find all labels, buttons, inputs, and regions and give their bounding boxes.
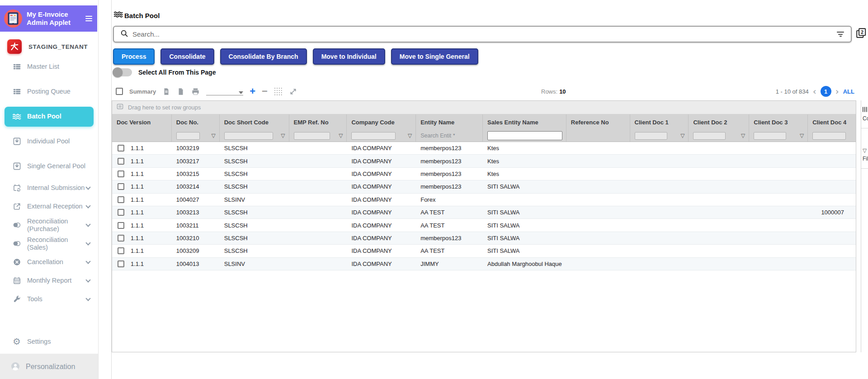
filter-cell-entity_name[interactable]: Search Entit▾: [416, 130, 483, 142]
move-to-single-general-button[interactable]: Move to Single General: [391, 48, 478, 65]
current-page-button[interactable]: 1: [821, 86, 831, 97]
funnel-icon[interactable]: ▽: [339, 133, 343, 139]
select-all-toggle[interactable]: [113, 68, 132, 76]
filters-panel-tab[interactable]: ▽ Filters: [861, 141, 868, 169]
grid-density-icon[interactable]: [274, 87, 283, 96]
sidebar-item-posting-queue[interactable]: Posting Queue: [0, 79, 98, 104]
table-row[interactable]: 1.1.11004013SLSINVIDA COMPANYJIMMYAbdull…: [112, 258, 856, 270]
sidebar-item-monthly-report[interactable]: Monthly Report: [0, 271, 98, 290]
hamburger-icon[interactable]: [85, 14, 93, 23]
sidebar-item-reconciliation-purchase[interactable]: Reconciliation (Purchase): [0, 216, 98, 234]
chevron-down-icon[interactable]: [85, 277, 90, 282]
sidebar-item-single-general-pool[interactable]: Single General Pool: [0, 154, 98, 179]
table-row[interactable]: 1.1.11003217SLSCSHIDA COMPANYmemberpos12…: [112, 155, 856, 167]
minus-icon[interactable]: −: [262, 87, 268, 95]
plus-icon[interactable]: +: [250, 87, 255, 95]
column-header-client_doc_2[interactable]: Client Doc 2: [689, 114, 749, 130]
sidebar-item-internal-submission[interactable]: Internal Submission: [0, 179, 98, 197]
chevron-down-icon[interactable]: [85, 203, 90, 208]
columns-panel-tab[interactable]: Columns: [861, 100, 868, 128]
chevron-down-icon[interactable]: [85, 240, 90, 245]
row-checkbox[interactable]: [118, 235, 124, 242]
pages-2-icon[interactable]: 2: [855, 27, 867, 39]
table-row[interactable]: 1.1.11003215SLSCSHIDA COMPANYmemberpos12…: [112, 168, 856, 180]
column-header-emp_ref_no[interactable]: EMP Ref. No: [289, 114, 347, 130]
summary-doc-icon[interactable]: [162, 87, 170, 96]
all-pages-button[interactable]: ALL: [843, 88, 854, 95]
row-checkbox[interactable]: [118, 261, 124, 267]
filter-input-sales_entity_name[interactable]: [487, 131, 562, 140]
row-checkbox[interactable]: [118, 145, 124, 152]
filter-cell-client_doc_3[interactable]: ▽: [749, 130, 808, 142]
sidebar-item-external-reception[interactable]: External Reception: [0, 197, 98, 216]
filter-input-doc_short_code[interactable]: [224, 132, 273, 140]
filter-cell-doc_no[interactable]: ▽: [172, 130, 220, 142]
filter-input-client_doc_2[interactable]: [693, 132, 726, 140]
row-checkbox[interactable]: [118, 158, 124, 165]
chevron-down-icon[interactable]: [85, 185, 90, 190]
table-row[interactable]: 1.1.11003210SLSCSHIDA COMPANYmemberpos12…: [112, 232, 856, 245]
sidebar-item-master-list[interactable]: Master List: [0, 54, 98, 79]
chevron-down-icon[interactable]: [85, 259, 90, 264]
filter-cell-doc_short_code[interactable]: ▽: [220, 130, 289, 142]
filter-input-doc_no[interactable]: [176, 132, 200, 140]
table-row[interactable]: 1.1.11003214SLSCSHIDA COMPANYmemberpos12…: [112, 180, 856, 193]
sidebar-item-personalization[interactable]: Personalization: [0, 354, 98, 379]
prev-page-icon[interactable]: ‹: [813, 88, 816, 95]
filter-cell-sales_entity_name[interactable]: [483, 130, 566, 142]
sidebar-item-reconciliation-sales[interactable]: Reconciliation (Sales): [0, 234, 98, 253]
table-row[interactable]: 1.1.11003211SLSCSHIDA COMPANYAA TESTSITI…: [112, 219, 856, 232]
chevron-down-icon[interactable]: [85, 222, 90, 227]
sidebar-item-cancellation[interactable]: Cancellation: [0, 253, 98, 271]
table-row[interactable]: 1.1.11003209SLSCSHIDA COMPANYAA TESTSITI…: [112, 245, 856, 257]
column-header-reference_no[interactable]: Reference No: [566, 114, 630, 130]
process-button[interactable]: Process: [113, 48, 155, 65]
entity-filter-select[interactable]: Search Entit▾: [420, 133, 455, 139]
blank-doc-icon[interactable]: [177, 87, 185, 96]
column-header-entity_name[interactable]: Entity Name: [416, 114, 483, 130]
sidebar-item-settings[interactable]: ⚙ Settings: [0, 329, 98, 354]
filter-input-company_code[interactable]: [351, 132, 396, 140]
expand-icon[interactable]: [289, 87, 297, 96]
row-groups-dropzone[interactable]: Drag here to set row groups: [112, 101, 856, 114]
print-icon[interactable]: [191, 87, 200, 96]
row-checkbox[interactable]: [118, 183, 124, 190]
filter-cell-client_doc_1[interactable]: ▽: [630, 130, 689, 142]
row-checkbox[interactable]: [118, 196, 124, 203]
filter-cell-emp_ref_no[interactable]: ▽: [289, 130, 347, 142]
table-row[interactable]: 1.1.11003219SLSCSHIDA COMPANYmemberpos12…: [112, 142, 856, 155]
column-header-client_doc_1[interactable]: Client Doc 1: [630, 114, 689, 130]
table-row[interactable]: 1.1.11004027SLSINVIDA COMPANYForex: [112, 194, 856, 206]
filter-lines-icon[interactable]: [836, 31, 844, 38]
filter-input-client_doc_1[interactable]: [635, 132, 667, 140]
column-header-doc_version[interactable]: Doc Version: [112, 114, 172, 130]
column-header-sales_entity_name[interactable]: Sales Entity Name: [483, 114, 566, 130]
row-checkbox[interactable]: [118, 222, 124, 229]
chevron-down-icon[interactable]: [85, 296, 90, 301]
table-row[interactable]: 1.1.11003213SLSCSHIDA COMPANYAA TESTSITI…: [112, 206, 856, 219]
filter-cell-client_doc_4[interactable]: [808, 130, 856, 142]
filter-input-client_doc_4[interactable]: [812, 132, 846, 140]
column-header-doc_no[interactable]: Doc No.: [172, 114, 220, 130]
funnel-icon[interactable]: ▽: [281, 133, 285, 139]
funnel-icon[interactable]: ▽: [680, 133, 684, 139]
filter-cell-company_code[interactable]: ▽: [347, 130, 416, 142]
filter-cell-client_doc_2[interactable]: ▽: [689, 130, 749, 142]
move-to-individual-button[interactable]: Move to Individual: [313, 48, 385, 65]
sidebar-item-batch-pool[interactable]: Batch Pool: [0, 104, 98, 129]
next-page-icon[interactable]: ›: [835, 88, 839, 95]
tenant-row[interactable]: STAGING_TENANT: [0, 39, 98, 54]
sidebar-item-individual-pool[interactable]: Individual Pool: [0, 129, 98, 154]
column-header-company_code[interactable]: Company Code: [347, 114, 416, 130]
consolidate-by-branch-button[interactable]: Consolidate By Branch: [220, 48, 307, 65]
summary-checkbox[interactable]: [116, 88, 123, 95]
filter-input-emp_ref_no[interactable]: [294, 132, 330, 140]
funnel-icon[interactable]: ▽: [211, 133, 215, 139]
row-checkbox[interactable]: [118, 171, 124, 177]
consolidate-button[interactable]: Consolidate: [160, 48, 214, 65]
row-checkbox[interactable]: [118, 209, 124, 216]
column-header-client_doc_3[interactable]: Client Doc 3: [749, 114, 808, 130]
row-checkbox[interactable]: [118, 247, 124, 254]
funnel-icon[interactable]: ▽: [408, 133, 412, 139]
export-format-select[interactable]: [206, 87, 243, 95]
